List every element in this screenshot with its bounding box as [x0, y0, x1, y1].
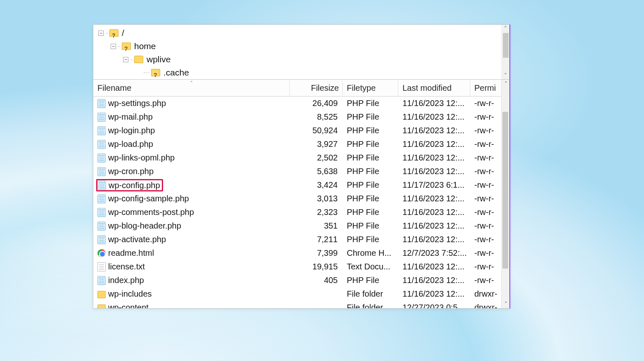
file-row[interactable]: wp-settings.php26,409PHP File11/16/2023 …	[93, 97, 501, 110]
tree-node-cache[interactable]: .cache	[144, 66, 507, 79]
tree-node-root[interactable]: − /	[98, 26, 507, 40]
tree-scrollbar[interactable]: ˄ ˅	[501, 25, 509, 79]
file-row[interactable]: wp-contentFile folder12/27/2023 0:5...dr…	[93, 301, 501, 308]
file-name: index.php	[108, 276, 144, 285]
file-row[interactable]: wp-load.php3,927PHP File11/16/2023 12:..…	[93, 137, 501, 151]
file-row[interactable]: license.txt19,915Text Docu...11/16/2023 …	[93, 260, 501, 274]
file-type: PHP File	[343, 153, 398, 163]
file-last-modified: 12/7/2023 7:52:...	[398, 248, 470, 258]
file-last-modified: 11/17/2023 6:1...	[398, 180, 470, 190]
list-scrollbar[interactable]: ˄ ˅	[501, 80, 509, 308]
tree-label: .cache	[163, 66, 189, 79]
file-type: PHP File	[343, 208, 398, 217]
file-row[interactable]: wp-blog-header.php351PHP File11/16/2023 …	[93, 219, 501, 233]
tree-label: /	[122, 26, 124, 40]
collapse-toggle-icon[interactable]: −	[123, 57, 128, 62]
file-permissions: drwxr-	[470, 303, 497, 308]
file-permissions: -rw-r-	[470, 262, 497, 271]
file-name: wp-mail.php	[108, 112, 153, 122]
header-label: Filesize	[311, 83, 339, 93]
file-permissions: -rw-r-	[470, 235, 497, 244]
file-name: wp-activate.php	[108, 235, 166, 244]
file-size: 26,409	[290, 99, 343, 108]
file-row[interactable]: readme.html7,399Chrome H...12/7/2023 7:5…	[93, 246, 501, 260]
scroll-down-icon[interactable]: ˅	[502, 300, 509, 308]
file-row[interactable]: wp-login.php50,924PHP File11/16/2023 12:…	[93, 124, 501, 137]
file-last-modified: 11/16/2023 12:...	[398, 208, 470, 217]
file-type: PHP File	[343, 276, 398, 285]
collapse-toggle-icon[interactable]: −	[98, 31, 104, 36]
file-last-modified: 11/16/2023 12:...	[398, 262, 470, 271]
file-row[interactable]: index.php405PHP File11/16/2023 12:...-rw…	[93, 274, 501, 287]
notepad-file-icon	[97, 194, 106, 203]
scroll-up-icon[interactable]: ˄	[502, 25, 509, 32]
file-name: wp-settings.php	[108, 99, 166, 108]
file-last-modified: 11/16/2023 12:...	[398, 112, 470, 122]
file-type: PHP File	[343, 194, 398, 203]
scroll-thumb[interactable]	[503, 33, 509, 58]
file-last-modified: 11/16/2023 12:...	[398, 194, 470, 203]
file-row[interactable]: wp-comments-post.php2,323PHP File11/16/2…	[93, 205, 501, 219]
folder-file-icon	[97, 291, 106, 298]
file-name: wp-includes	[108, 289, 152, 299]
scroll-down-icon[interactable]: ˅	[502, 72, 509, 79]
file-row[interactable]: wp-includesFile folder11/16/2023 12:...d…	[93, 287, 501, 301]
folder-question-icon	[151, 69, 160, 76]
notepad-file-icon	[97, 222, 106, 231]
file-row[interactable]: wp-config-sample.php3,013PHP File11/16/2…	[93, 192, 501, 205]
sort-indicator-icon: ˅	[190, 80, 193, 86]
header-permissions[interactable]: Permi	[470, 80, 497, 96]
file-name: wp-links-opml.php	[108, 153, 175, 163]
file-permissions: -rw-r-	[470, 126, 497, 135]
remote-file-list: Filename ˅ Filesize Filetype Last modifi…	[93, 80, 509, 308]
file-permissions: -rw-r-	[470, 194, 497, 203]
notepad-file-icon	[97, 153, 106, 163]
file-name: wp-load.php	[108, 139, 153, 149]
tree-label: wplive	[147, 53, 170, 66]
remote-tree-pane[interactable]: − / − home − wplive .cache	[93, 25, 509, 80]
file-size: 8,525	[290, 112, 343, 122]
scroll-up-icon[interactable]: ˄	[502, 80, 509, 87]
notepad-file-icon	[97, 113, 106, 122]
tree-node-home[interactable]: − home	[111, 40, 507, 53]
header-label: Last modified	[402, 83, 452, 93]
notepad-file-icon	[98, 181, 106, 190]
tree-node-wplive[interactable]: − wplive	[123, 53, 507, 66]
file-permissions: -rw-r-	[470, 153, 497, 163]
file-permissions: -rw-r-	[470, 99, 497, 108]
file-row[interactable]: wp-activate.php7,211PHP File11/16/2023 1…	[93, 233, 501, 246]
header-filename[interactable]: Filename ˅	[93, 80, 290, 96]
folder-file-icon	[97, 304, 106, 309]
collapse-toggle-icon[interactable]: −	[111, 44, 116, 49]
scroll-thumb[interactable]	[502, 112, 508, 269]
header-label: Filename	[97, 83, 131, 93]
file-type: PHP File	[343, 112, 398, 122]
file-size: 2,323	[290, 208, 343, 217]
header-label: Permi	[474, 83, 496, 93]
file-name: wp-login.php	[108, 126, 155, 135]
header-filetype[interactable]: Filetype	[343, 80, 398, 96]
file-type: PHP File	[343, 126, 398, 135]
file-size: 50,924	[290, 126, 343, 135]
file-last-modified: 12/27/2023 0:5...	[398, 303, 470, 308]
folder-question-icon	[109, 29, 118, 37]
file-name: wp-comments-post.php	[108, 208, 194, 217]
file-permissions: -rw-r-	[470, 221, 497, 231]
file-last-modified: 11/16/2023 12:...	[398, 126, 470, 135]
file-row[interactable]: wp-cron.php5,638PHP File11/16/2023 12:..…	[93, 165, 501, 178]
header-label: Filetype	[347, 83, 376, 93]
file-type: PHP File	[343, 99, 398, 108]
file-last-modified: 11/16/2023 12:...	[398, 221, 470, 231]
file-row[interactable]: wp-mail.php8,525PHP File11/16/2023 12:..…	[93, 110, 501, 124]
header-filesize[interactable]: Filesize	[290, 80, 343, 96]
notepad-file-icon	[97, 235, 106, 244]
file-row[interactable]: wp-config.php3,424PHP File11/17/2023 6:1…	[93, 178, 501, 192]
file-size: 5,638	[290, 167, 343, 176]
notepad-file-icon	[97, 140, 106, 149]
file-name: license.txt	[108, 262, 145, 271]
header-last-modified[interactable]: Last modified	[398, 80, 470, 96]
file-last-modified: 11/16/2023 12:...	[398, 276, 470, 285]
folder-question-icon	[122, 42, 131, 50]
file-permissions: -rw-r-	[470, 248, 497, 258]
file-row[interactable]: wp-links-opml.php2,502PHP File11/16/2023…	[93, 151, 501, 165]
